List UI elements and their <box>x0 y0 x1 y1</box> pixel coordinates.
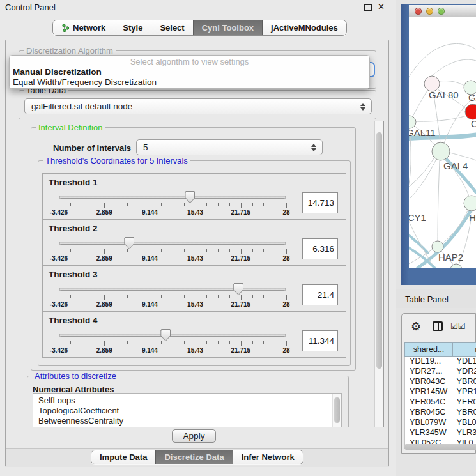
tab-cyni-toolbox[interactable]: Cyni Toolbox <box>193 20 262 35</box>
network-edge[interactable] <box>409 159 436 201</box>
network-node[interactable] <box>450 264 462 268</box>
zoom-button[interactable] <box>438 8 445 15</box>
table-row[interactable]: YDR27...YDR2 <box>405 367 476 377</box>
table-row[interactable]: YER054CYER0 <box>405 397 476 408</box>
close-icon[interactable]: ✕ <box>378 2 385 12</box>
tab-impute-data[interactable]: Impute Data <box>91 450 155 464</box>
apply-button[interactable]: Apply <box>172 429 216 443</box>
slider-tick <box>93 295 93 298</box>
slider-thumb[interactable] <box>185 191 195 203</box>
scrollbar-thumb[interactable] <box>404 444 476 450</box>
network-edge[interactable] <box>439 81 464 86</box>
threshold-value-input[interactable]: 14.713 <box>302 192 338 213</box>
threshold-slider[interactable]: -3.4262.8599.14415.4321.71528 <box>59 190 286 216</box>
network-edge[interactable] <box>450 153 476 160</box>
network-node-gal4[interactable] <box>432 142 450 160</box>
network-edge[interactable] <box>416 116 466 121</box>
table-row[interactable]: YLR345WYLR3 <box>405 428 476 438</box>
column-header-na[interactable]: na <box>453 342 476 357</box>
num-intervals-combobox[interactable]: 5 <box>136 139 323 155</box>
combo-stepper-icon <box>311 144 316 151</box>
tab-label: Infer Network <box>242 452 295 462</box>
threshold-value-input[interactable]: 21.4 <box>302 284 338 305</box>
minimize-button[interactable] <box>426 8 433 15</box>
network-node-gal11[interactable] <box>409 116 416 128</box>
network-edge[interactable] <box>432 59 476 76</box>
slider-tick <box>116 341 116 344</box>
vertical-scrollbar[interactable] <box>374 121 383 427</box>
table-cell: YBR0 <box>454 377 476 387</box>
slider-thumb[interactable] <box>233 283 243 295</box>
horizontal-scrollbar[interactable] <box>403 443 475 450</box>
threshold-slider[interactable]: -3.4262.8599.14415.4321.71528 <box>59 282 286 308</box>
threshold-value-input[interactable]: 11.344 <box>302 330 338 351</box>
scrollbar-thumb[interactable] <box>376 132 382 369</box>
table-row[interactable]: YBR043CYBR0 <box>405 377 476 387</box>
network-edge[interactable] <box>409 43 476 77</box>
threshold-slider[interactable]: -3.4262.8599.14415.4321.71528 <box>59 236 286 262</box>
slider-thumb[interactable] <box>160 329 171 341</box>
network-node-c[interactable] <box>465 104 476 119</box>
table-row[interactable]: YPR145WYPR1 <box>405 387 476 397</box>
threshold-value-input[interactable]: 6.316 <box>302 238 338 259</box>
tick-label: -3.426 <box>50 255 68 262</box>
select-columns-icon[interactable]: ☑☑ <box>450 321 465 331</box>
list-item-selfloops[interactable]: SelfLoops <box>33 394 341 406</box>
tab-discretize-data[interactable]: Discretize Data <box>155 450 232 464</box>
tab-network[interactable]: Network <box>53 20 114 35</box>
dropdown-item-equal-width-frequency-discretization[interactable]: Equal Width/Frequency Discretization <box>12 77 367 88</box>
tab-style[interactable]: Style <box>114 20 151 35</box>
list-item-topologicalcoefficient[interactable]: TopologicalCoefficient <box>33 406 341 416</box>
columns-icon[interactable] <box>433 321 443 331</box>
threshold-label: Threshold 3 <box>49 270 98 279</box>
network-canvas[interactable]: GAL80GALCGAL11GAL4GCY1HHAP2 <box>409 17 476 268</box>
table-data-combobox[interactable]: galFiltered.sif default node <box>24 98 372 114</box>
network-edge[interactable] <box>443 210 468 243</box>
network-edge[interactable] <box>438 160 440 241</box>
network-view-window[interactable]: GAL80GALCGAL11GAL4GCY1HHAP2 <box>401 4 476 285</box>
network-edge[interactable] <box>413 91 427 116</box>
tab-infer-network[interactable]: Infer Network <box>233 450 303 464</box>
attributes-list[interactable]: SelfLoopsTopologicalCoefficientBetweenne… <box>33 393 342 427</box>
tab-jactivemnodules[interactable]: jActiveMNodules <box>262 20 346 35</box>
float-window-icon[interactable] <box>364 4 372 11</box>
slider-track[interactable] <box>59 334 286 337</box>
table-row[interactable]: YBL079WYBL0 <box>405 418 476 428</box>
network-node-label: GAL11 <box>409 127 436 138</box>
threshold-panel: Threshold 4-3.4262.8599.14415.4321.71528… <box>42 311 346 358</box>
column-header-shared[interactable]: shared... <box>404 342 453 357</box>
table-cell: YPR1 <box>454 387 476 397</box>
slider-track[interactable] <box>59 196 286 199</box>
table-cell: YLR3 <box>454 428 476 438</box>
column-divider <box>454 357 454 445</box>
slider-tick <box>150 341 150 346</box>
tick-label: 28 <box>282 255 289 262</box>
table-row[interactable]: YBR045CYBR0 <box>405 408 476 418</box>
threshold-slider[interactable]: -3.4262.8599.14415.4321.71528 <box>59 328 286 354</box>
tick-label: 21.715 <box>231 255 251 262</box>
scrollbar-thumb[interactable] <box>334 397 340 423</box>
slider-tick <box>70 203 71 206</box>
slider-thumb[interactable] <box>124 237 134 249</box>
list-scrollbar[interactable] <box>332 394 341 427</box>
slider-track[interactable] <box>59 242 286 245</box>
slider-tick <box>173 203 173 206</box>
table-row[interactable]: YDL19...YDL1 <box>405 357 476 367</box>
slider-tick <box>161 203 162 206</box>
tick-label: 15.43 <box>187 301 203 308</box>
dropdown-item-manual-discretization[interactable]: Manual Discretization <box>12 67 367 77</box>
network-node-hap2[interactable] <box>432 241 443 252</box>
list-item-betweennesscentrality[interactable]: BetweennessCentrality <box>33 416 341 426</box>
tab-select[interactable]: Select <box>151 20 192 35</box>
slider-track[interactable] <box>59 288 286 291</box>
table-panel-title: Table Panel <box>405 295 449 304</box>
gear-icon[interactable]: ⚙ <box>411 319 421 334</box>
network-node-h[interactable] <box>464 196 476 211</box>
network-edge[interactable] <box>409 158 434 192</box>
algorithm-dropdown: Select algorithm to view settings Manual… <box>9 55 370 89</box>
network-window-titlebar[interactable] <box>409 5 476 17</box>
slider-tick <box>252 341 253 344</box>
slider-tick <box>218 295 219 298</box>
close-button[interactable] <box>415 8 422 15</box>
control-panel-window: Control Panel ✕ NetworkStyleSelectCyni T… <box>0 0 396 476</box>
